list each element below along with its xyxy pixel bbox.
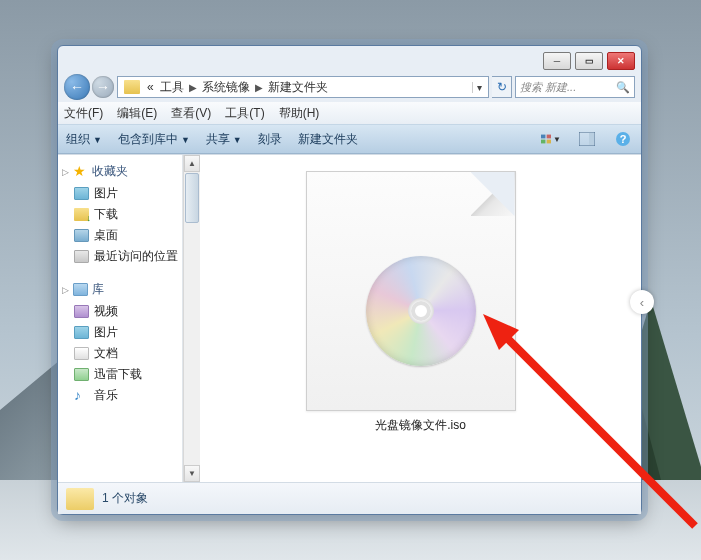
svg-rect-0 [541, 135, 545, 139]
refresh-button[interactable]: ↻ [492, 76, 512, 98]
scroll-down-button[interactable]: ▼ [184, 465, 200, 482]
view-mode-button[interactable]: ▼ [541, 129, 561, 149]
preview-pane-button[interactable] [577, 129, 597, 149]
toolbar-new-folder[interactable]: 新建文件夹 [298, 131, 358, 148]
explorer-window: ─ ▭ ✕ ← → « 工具 ▶ 系统镜像 ▶ 新建文件夹 ▾ ↻ 搜索 新建.… [57, 45, 642, 515]
sidebar-group-favorites[interactable]: ▷★ 收藏夹 [62, 163, 180, 180]
address-bar: ← → « 工具 ▶ 系统镜像 ▶ 新建文件夹 ▾ ↻ 搜索 新建... 🔍 [58, 72, 641, 102]
menu-edit[interactable]: 编辑(E) [117, 105, 157, 122]
status-bar: 1 个对象 [58, 482, 641, 514]
status-text: 1 个对象 [102, 490, 148, 507]
search-icon: 🔍 [616, 81, 630, 94]
toolbar-share[interactable]: 共享▼ [206, 131, 242, 148]
sidebar-item-videos[interactable]: 视频 [60, 301, 180, 322]
pictures-icon [74, 187, 89, 200]
svg-rect-3 [547, 140, 551, 144]
menu-file[interactable]: 文件(F) [64, 105, 103, 122]
svg-rect-2 [541, 140, 545, 144]
chevron-right-icon[interactable]: ▶ [187, 82, 199, 93]
desktop-icon [74, 229, 89, 242]
maximize-button[interactable]: ▭ [575, 52, 603, 70]
close-button[interactable]: ✕ [607, 52, 635, 70]
search-placeholder: 搜索 新建... [520, 80, 576, 95]
svg-rect-1 [547, 135, 551, 139]
sidebar-scrollbar[interactable]: ▲ ▼ [183, 155, 200, 482]
folder-icon [66, 488, 94, 510]
sidebar-item-recent[interactable]: 最近访问的位置 [60, 246, 180, 267]
documents-icon [74, 347, 89, 360]
file-name-label: 光盘镜像文件.iso [375, 417, 466, 434]
svg-text:?: ? [620, 133, 627, 145]
file-item-iso[interactable]: 光盘镜像文件.iso [302, 167, 540, 438]
xunlei-icon [74, 368, 89, 381]
sidebar-item-xunlei[interactable]: 迅雷下载 [60, 364, 180, 385]
sidebar-item-music[interactable]: ♪音乐 [60, 385, 180, 406]
downloads-icon [74, 208, 89, 221]
menubar: 文件(F) 编辑(E) 查看(V) 工具(T) 帮助(H) [58, 102, 641, 124]
menu-tools[interactable]: 工具(T) [225, 105, 264, 122]
chevron-right-icon[interactable]: ▶ [253, 82, 265, 93]
side-expand-button[interactable]: ‹ [630, 290, 654, 314]
recent-icon [74, 250, 89, 263]
breadcrumb-1[interactable]: 工具 [157, 79, 187, 96]
music-icon: ♪ [74, 389, 89, 402]
iso-file-icon [306, 171, 536, 411]
toolbar-burn[interactable]: 刻录 [258, 131, 282, 148]
toolbar-organize[interactable]: 组织▼ [66, 131, 102, 148]
sidebar-item-documents[interactable]: 文档 [60, 343, 180, 364]
pictures-icon [74, 326, 89, 339]
scroll-up-button[interactable]: ▲ [184, 155, 200, 172]
minimize-button[interactable]: ─ [543, 52, 571, 70]
menu-help[interactable]: 帮助(H) [279, 105, 320, 122]
scroll-thumb[interactable] [185, 173, 199, 223]
sidebar-group-libraries[interactable]: ▷ 库 [62, 281, 180, 298]
toolbar-include-library[interactable]: 包含到库中▼ [118, 131, 190, 148]
address-box[interactable]: « 工具 ▶ 系统镜像 ▶ 新建文件夹 ▾ [117, 76, 489, 98]
nav-back-button[interactable]: ← [64, 74, 90, 100]
sidebar-item-downloads[interactable]: 下载 [60, 204, 180, 225]
library-icon [73, 283, 88, 296]
titlebar: ─ ▭ ✕ [58, 46, 641, 72]
svg-rect-5 [589, 133, 594, 145]
sidebar-item-pictures[interactable]: 图片 [60, 183, 180, 204]
file-list[interactable]: 光盘镜像文件.iso [200, 155, 641, 482]
breadcrumb-2[interactable]: 系统镜像 [199, 79, 253, 96]
star-icon: ★ [73, 165, 88, 178]
videos-icon [74, 305, 89, 318]
nav-forward-button[interactable]: → [92, 76, 114, 98]
breadcrumb-root[interactable]: « [144, 80, 157, 94]
menu-view[interactable]: 查看(V) [171, 105, 211, 122]
sidebar-item-desktop[interactable]: 桌面 [60, 225, 180, 246]
toolbar: 组织▼ 包含到库中▼ 共享▼ 刻录 新建文件夹 ▼ ? [58, 124, 641, 154]
folder-icon [124, 80, 140, 94]
navigation-pane: ▷★ 收藏夹 图片 下载 桌面 最近访问的位置 ▷ 库 视频 图片 文档 迅雷下… [58, 155, 183, 482]
sidebar-item-pictures-lib[interactable]: 图片 [60, 322, 180, 343]
search-input[interactable]: 搜索 新建... 🔍 [515, 76, 635, 98]
breadcrumb-3[interactable]: 新建文件夹 [265, 79, 331, 96]
help-button[interactable]: ? [613, 129, 633, 149]
address-dropdown[interactable]: ▾ [472, 82, 486, 93]
